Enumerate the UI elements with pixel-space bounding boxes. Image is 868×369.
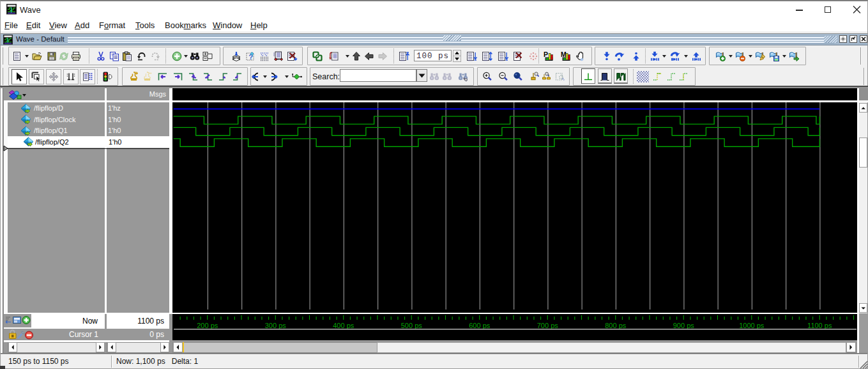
svg-text:700 ps: 700 ps bbox=[537, 321, 559, 329]
svg-text:800 ps: 800 ps bbox=[605, 321, 627, 329]
svg-text:1100 ps: 1100 ps bbox=[807, 321, 832, 329]
svg-text:200 ps: 200 ps bbox=[197, 321, 218, 329]
svg-text:300 ps: 300 ps bbox=[265, 321, 287, 329]
svg-text:M: M bbox=[561, 51, 567, 58]
svg-text:900 ps: 900 ps bbox=[673, 321, 695, 329]
svg-text:600 ps: 600 ps bbox=[469, 321, 491, 329]
svg-text:P: P bbox=[544, 51, 548, 58]
svg-text:500 ps: 500 ps bbox=[401, 321, 423, 329]
svg-text:1000 ps: 1000 ps bbox=[739, 321, 765, 329]
svg-text:400 ps: 400 ps bbox=[333, 321, 354, 329]
